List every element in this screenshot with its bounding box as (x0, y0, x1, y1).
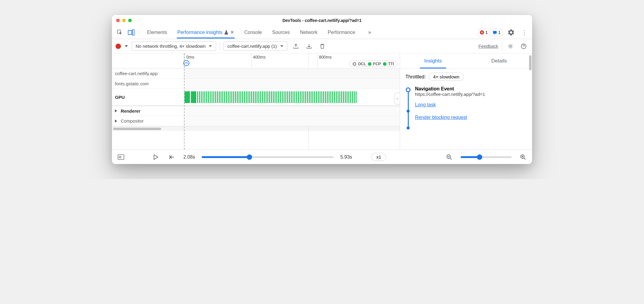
window-title: DevTools - coffee-cart.netlify.app/?ad=1 (112, 18, 532, 23)
minimize-window-icon[interactable] (122, 19, 126, 22)
error-count: 1 (485, 30, 488, 35)
timeline-dot-icon (407, 110, 410, 113)
timing-markers[interactable]: DCL FCP TTI (349, 61, 397, 67)
timeline-dot-icon (407, 126, 410, 129)
zoom-slider[interactable] (461, 156, 512, 158)
feedback-link[interactable]: Feedback (478, 44, 498, 49)
zoom-in-icon[interactable] (518, 152, 528, 162)
flask-icon (224, 30, 228, 35)
tti-dot-icon (383, 62, 387, 66)
help-icon[interactable] (519, 41, 528, 51)
chevron-down-icon (280, 45, 284, 47)
import-icon[interactable] (304, 41, 314, 51)
expand-caret-icon[interactable] (115, 109, 117, 112)
divider (490, 30, 490, 35)
network-track-1[interactable]: coffee-cart.netlify.app (112, 68, 400, 79)
divider (502, 42, 502, 50)
track-content (184, 79, 400, 89)
fcp-label: FCP (373, 62, 381, 66)
timeline-content: Navigation Event https://coffee-cart.net… (415, 86, 527, 127)
kebab-menu-icon[interactable]: ⋮ (519, 28, 529, 37)
track-content (184, 68, 400, 78)
maximize-window-icon[interactable] (128, 19, 132, 22)
record-options-icon[interactable] (125, 45, 128, 47)
gpu-bars (184, 91, 400, 103)
tick-0: 0ms (186, 55, 194, 59)
nav-event-url: https://coffee-cart.netlify.app/?ad=1 (415, 92, 527, 97)
ruler-track: ⟲ 0ms 400ms 800ms DCL FCP TTI (184, 53, 400, 68)
tab-performance-insights[interactable]: Performance insights ✕ (177, 26, 235, 38)
track-label: Renderer (112, 106, 184, 116)
time-ruler[interactable]: ⟲ 0ms 400ms 800ms DCL FCP TTI (112, 53, 400, 68)
chevron-down-icon (209, 45, 212, 47)
expand-panel-icon[interactable]: › (394, 93, 400, 105)
renderer-track[interactable]: Renderer (112, 106, 400, 116)
recording-select[interactable]: coffee-cart.netlify.app (1) (224, 41, 287, 51)
playhead-line[interactable] (184, 53, 185, 150)
track-content (184, 106, 400, 116)
track-label: fonts.gstatic.com (112, 79, 184, 89)
slider-knob[interactable] (247, 154, 252, 160)
fcp-dot-icon (368, 62, 372, 66)
timeline-axis (405, 86, 411, 127)
screenshot-preview-icon[interactable] (116, 152, 126, 162)
devtools-tabbar: Elements Performance insights ✕ Console … (112, 26, 532, 39)
issues-badge[interactable]: 1 1 (478, 29, 503, 36)
long-task-link[interactable]: Long task (415, 102, 527, 108)
svg-point-8 (119, 156, 121, 158)
skip-back-icon[interactable] (167, 152, 177, 162)
export-icon[interactable] (291, 41, 301, 51)
scrollbar-thumb[interactable] (113, 128, 161, 130)
message-count: 1 (498, 30, 501, 35)
compositor-track[interactable]: Compositor (112, 116, 400, 126)
ruler-gutter (112, 53, 184, 68)
message-icon (493, 30, 497, 35)
playback-slider[interactable] (202, 156, 334, 158)
expand-caret-icon[interactable] (115, 120, 117, 123)
svg-point-5 (510, 45, 511, 47)
tab-performance[interactable]: Performance (327, 27, 356, 38)
throttled-label: Throttled: (405, 74, 426, 80)
playback-speed[interactable]: x1 (371, 153, 386, 161)
insights-content: Throttled: 4× slowdown Navigation Event … (400, 68, 532, 150)
horizontal-scrollbar[interactable] (112, 126, 400, 131)
playback-footer: 2.08s 5.93s x1 (112, 150, 532, 164)
devtools-window: DevTools - coffee-cart.netlify.app/?ad=1… (112, 15, 532, 164)
throttling-select[interactable]: No network throttling, 4× slowdown (132, 41, 216, 51)
network-track-2[interactable]: fonts.gstatic.com (112, 79, 400, 89)
dcl-dot-icon (353, 62, 356, 66)
tab-sources[interactable]: Sources (272, 27, 290, 38)
tab-network[interactable]: Network (299, 27, 318, 38)
tab-console[interactable]: Console (244, 27, 263, 38)
slider-knob[interactable] (477, 154, 482, 160)
track-content (184, 116, 400, 126)
device-toggle-icon[interactable] (126, 28, 136, 37)
nav-event-title: Navigation Event (415, 86, 527, 92)
zoom-out-icon[interactable] (444, 152, 454, 162)
delete-icon[interactable] (317, 41, 327, 51)
gpu-content (184, 89, 400, 105)
throttle-pill[interactable]: 4× slowdown (429, 73, 464, 81)
traffic-lights (116, 19, 132, 22)
divider (139, 29, 139, 36)
render-blocking-link[interactable]: Render blocking request (415, 115, 527, 120)
svg-rect-2 (132, 30, 134, 35)
tab-insights[interactable]: Insights (400, 53, 466, 68)
settings-icon[interactable] (506, 28, 516, 37)
tti-label: TTI (388, 62, 394, 66)
close-tab-icon[interactable]: ✕ (230, 29, 234, 35)
inspect-icon[interactable] (115, 28, 125, 37)
record-button[interactable] (116, 44, 121, 49)
insights-body: ⟲ 0ms 400ms 800ms DCL FCP TTI coffee-car… (112, 53, 532, 150)
tab-label: Performance insights (177, 30, 222, 35)
tab-elements[interactable]: Elements (146, 27, 168, 38)
start-time: 2.08s (183, 154, 195, 160)
more-tabs-icon[interactable]: » (365, 28, 375, 37)
event-timeline: Navigation Event https://coffee-cart.net… (405, 86, 527, 127)
divider (220, 42, 220, 50)
panel-settings-icon[interactable] (506, 41, 515, 51)
play-icon[interactable] (151, 152, 161, 162)
tab-details[interactable]: Details (466, 53, 532, 68)
close-window-icon[interactable] (116, 19, 120, 22)
gpu-track[interactable]: GPU (112, 89, 400, 106)
